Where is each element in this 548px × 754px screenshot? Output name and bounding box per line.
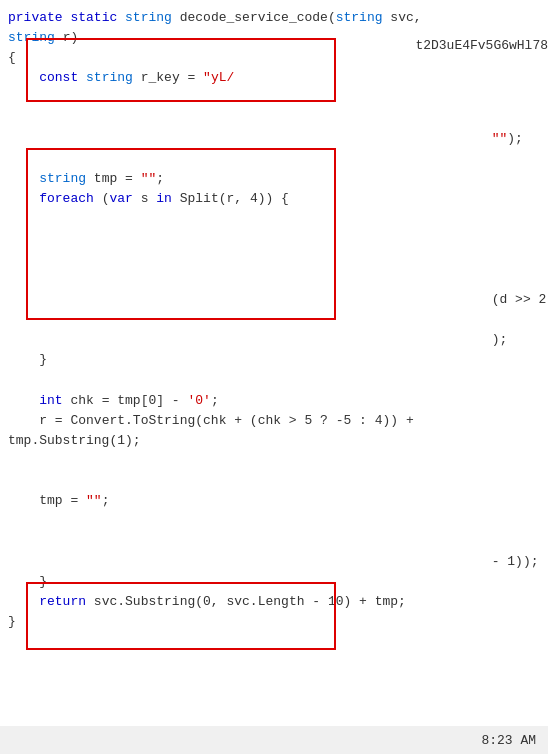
code-line-23 <box>0 451 548 471</box>
code-line-6 <box>0 109 548 129</box>
code-line-8 <box>0 149 548 169</box>
code-line-7: ""); <box>0 129 548 149</box>
code-line-27 <box>0 532 548 552</box>
code-line-14 <box>0 270 548 290</box>
status-bar: 8:23 AM <box>0 726 548 754</box>
code-line-31: } <box>0 612 548 632</box>
code-line-30: return svc.Substring(0, svc.Length - 10)… <box>0 592 548 612</box>
code-line-9: string tmp = ""; <box>0 169 548 189</box>
code-line-26 <box>0 512 548 532</box>
code-line-15: (d >> 2)); <box>0 290 548 310</box>
code-line-17: ); <box>0 330 548 350</box>
code-line-10: foreach (var s in Split(r, 4)) { <box>0 189 548 209</box>
code-line-22: tmp.Substring(1); <box>0 431 548 451</box>
code-line-29: } <box>0 572 548 592</box>
code-line-5 <box>0 89 548 109</box>
code-view: private static string decode_service_cod… <box>0 0 548 726</box>
code-line-11 <box>0 209 548 229</box>
code-line-4: const string r_key = "yL/ <box>0 68 548 88</box>
code-line-21: r = Convert.ToString(chk + (chk > 5 ? -5… <box>0 411 548 431</box>
code-line-13 <box>0 250 548 270</box>
code-line-18: } <box>0 350 548 370</box>
code-line-20: int chk = tmp[0] - '0'; <box>0 391 548 411</box>
code-line-12 <box>0 230 548 250</box>
code-line-25: tmp = ""; <box>0 491 548 511</box>
code-line-19 <box>0 371 548 391</box>
code-line-24 <box>0 471 548 491</box>
code-line-28: - 1)); <box>0 552 548 572</box>
partial-text-right-1: t2D3uE4Fv5G6wHl78 <box>415 38 548 53</box>
code-line-16 <box>0 310 548 330</box>
status-time: 8:23 AM <box>481 733 536 748</box>
code-line-1: private static string decode_service_cod… <box>0 8 548 28</box>
